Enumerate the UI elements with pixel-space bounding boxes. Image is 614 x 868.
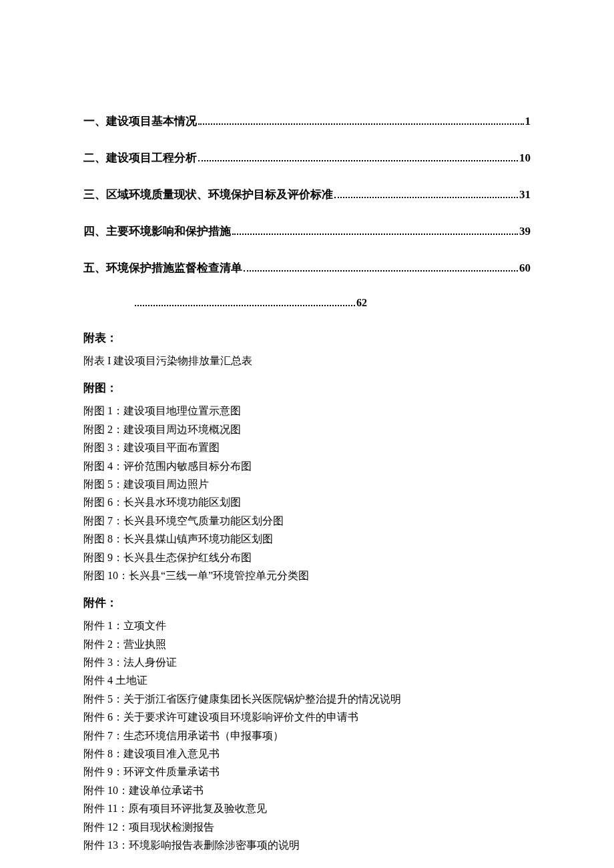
toc-entry: 四、主要环境影响和保护措施 39 — [83, 224, 531, 239]
attachment-figure-item: 附图 8：长兴县煤山镇声环境功能区划图 — [83, 530, 531, 548]
attachment-file-item: 附件 2：营业执照 — [83, 636, 531, 653]
toc-leader-dots — [198, 160, 518, 161]
attachment-tables-heading: 附表： — [83, 330, 531, 346]
attachment-file-item: 附件 6：关于要求许可建设项目环境影响评价文件的申请书 — [83, 709, 531, 726]
toc-title: 二、建设项目工程分析 — [83, 150, 197, 165]
toc-page-number: 31 — [519, 188, 531, 201]
toc-page-number: 10 — [519, 151, 531, 165]
attachment-file-item: 附件 8：建设项目准入意见书 — [83, 745, 531, 763]
attachment-file-item: 附件 12：项目现状检测报告 — [83, 819, 531, 836]
attachment-file-item: 附件 5：关于浙江省医疗健康集团长兴医院锅炉整治提升的情况说明 — [83, 691, 531, 708]
attachment-figures-section: 附图： 附图 1：建设项目地理位置示意图 附图 2：建设项目周边环境概况图 附图… — [83, 380, 531, 584]
attachment-figure-item: 附图 5：建设项目周边照片 — [83, 476, 531, 493]
toc-title: 一、建设项目基本情况 — [83, 113, 197, 129]
toc-entry: 一、建设项目基本情况 1 — [83, 113, 531, 129]
attachment-file-item: 附件 9：环评文件质量承诺书 — [83, 763, 531, 781]
toc-page-number: 1 — [525, 115, 531, 128]
attachment-figure-item: 附图 7：长兴县环境空气质量功能区划分图 — [83, 512, 531, 530]
attachment-files-section: 附件： 附件 1：立项文件 附件 2：营业执照 附件 3：法人身份证 附件 4 … — [83, 595, 531, 854]
attachment-figure-item: 附图 1：建设项目地理位置示意图 — [83, 402, 531, 420]
toc-title: 五、环境保护措施监督检查清单 — [83, 260, 242, 276]
toc-page-number: 60 — [519, 262, 531, 275]
toc-page-number: 62 — [356, 297, 367, 309]
attachment-figures-heading: 附图： — [83, 380, 531, 396]
toc-leader-dots — [232, 234, 518, 235]
toc-title: 四、主要环境影响和保护措施 — [83, 224, 231, 239]
toc-entry: 五、环境保护措施监督检查清单 60 — [83, 260, 531, 276]
attachment-figure-item: 附图 6：长兴县水环境功能区划图 — [83, 494, 531, 511]
attachment-file-item: 附件 10：建设单位承诺书 — [83, 782, 531, 799]
toc-page-number: 39 — [519, 225, 531, 238]
attachment-file-item: 附件 11：原有项目环评批复及验收意见 — [83, 800, 531, 817]
toc-leader-dots — [244, 270, 518, 272]
attachment-figure-item: 附图 10：长兴县“三线一单”环境管控单元分类图 — [83, 567, 531, 584]
attachment-figure-item: 附图 2：建设项目周边环境概况图 — [83, 421, 531, 438]
attachment-table-item: 附表 I 建设项目污染物排放量汇总表 — [83, 352, 531, 370]
attachment-file-item: 附件 3：法人身份证 — [83, 654, 531, 671]
table-of-contents: 一、建设项目基本情况 1 二、建设项目工程分析 10 三、区域环境质量现状、环境… — [83, 113, 531, 309]
attachment-file-item: 附件 4 土地证 — [83, 672, 531, 689]
toc-entry: 二、建设项目工程分析 10 — [83, 150, 531, 165]
attachment-files-heading: 附件： — [83, 595, 531, 610]
toc-entry: 三、区域环境质量现状、环境保护目标及评价标准 31 — [83, 187, 531, 202]
attachment-file-item: 附件 7：生态环境信用承诺书（申报事项） — [83, 727, 531, 745]
attachment-figure-item: 附图 3：建设项目平面布置图 — [83, 439, 531, 456]
toc-leader-dots — [334, 197, 518, 198]
attachment-file-item: 附件 1：立项文件 — [83, 617, 531, 634]
toc-entry-orphan: 62 — [133, 297, 531, 309]
toc-leader-dots — [135, 305, 355, 306]
attachment-tables-section: 附表： 附表 I 建设项目污染物排放量汇总表 — [83, 330, 531, 370]
attachment-file-item: 附件 13：环境影响报告表删除涉密事项的说明 — [83, 837, 531, 854]
toc-title: 三、区域环境质量现状、环境保护目标及评价标准 — [83, 187, 333, 202]
attachment-figure-item: 附图 9：长兴县生态保护红线分布图 — [83, 549, 531, 566]
toc-leader-dots — [198, 123, 524, 125]
attachment-figure-item: 附图 4：评价范围内敏感目标分布图 — [83, 458, 531, 475]
